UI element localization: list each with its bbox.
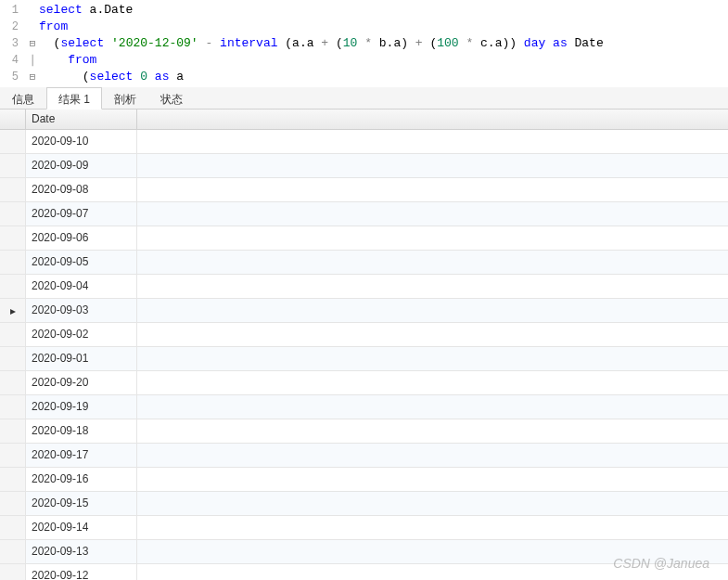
table-row[interactable]: 2020-09-10 (0, 130, 728, 154)
cell-date[interactable]: 2020-09-01 (26, 347, 137, 370)
row-indicator (0, 419, 26, 443)
cell-date[interactable]: 2020-09-15 (26, 492, 137, 515)
cell-date[interactable]: 2020-09-13 (26, 540, 137, 563)
cell-date[interactable]: 2020-09-08 (26, 178, 137, 201)
row-indicator (0, 251, 26, 274)
cell-date[interactable]: 2020-09-10 (26, 130, 137, 153)
table-row[interactable]: 2020-09-08 (0, 178, 728, 202)
cell-date[interactable]: 2020-09-07 (26, 202, 137, 226)
table-row[interactable]: ▸2020-09-03 (0, 299, 728, 323)
watermark: CSDN @Januea (613, 556, 709, 571)
code-editor[interactable]: 1select a.Date2from3⊟ (select '2020-12-0… (0, 0, 728, 87)
row-indicator (0, 540, 26, 563)
cell-date[interactable]: 2020-09-16 (26, 468, 137, 491)
cell-date[interactable]: 2020-09-06 (26, 226, 137, 250)
cell-date[interactable]: 2020-09-03 (26, 299, 137, 322)
table-row[interactable]: 2020-09-09 (0, 154, 728, 178)
line-number: 5 (0, 69, 26, 85)
code-line[interactable]: 4│ from (0, 52, 728, 69)
table-row[interactable]: 2020-09-05 (0, 251, 728, 275)
fold-marker[interactable]: ⊟ (26, 35, 39, 52)
column-header-date[interactable]: Date (26, 110, 137, 129)
cell-date[interactable]: 2020-09-19 (26, 395, 137, 419)
row-indicator (0, 395, 26, 419)
tab[interactable]: 结果 1 (46, 87, 102, 110)
table-row[interactable]: 2020-09-14 (0, 516, 728, 540)
row-indicator (0, 468, 26, 491)
row-indicator: ▸ (0, 299, 26, 322)
table-row[interactable]: 2020-09-17 (0, 444, 728, 468)
fold-marker[interactable]: ⊟ (26, 69, 39, 85)
table-row[interactable]: 2020-09-01 (0, 347, 728, 371)
tab[interactable]: 剖析 (102, 87, 148, 109)
row-indicator (0, 226, 26, 250)
row-indicator (0, 371, 26, 394)
row-indicator (0, 444, 26, 467)
row-indicator (0, 275, 26, 298)
row-indicator (0, 130, 26, 153)
row-indicator (0, 347, 26, 370)
code-content[interactable]: from (39, 52, 96, 69)
tab[interactable]: 信息 (0, 87, 46, 109)
cell-date[interactable]: 2020-09-09 (26, 154, 137, 177)
row-indicator (0, 564, 26, 580)
code-content[interactable]: from (39, 19, 68, 35)
fold-marker (26, 19, 39, 35)
tab[interactable]: 状态 (148, 87, 195, 109)
table-row[interactable]: 2020-09-04 (0, 275, 728, 299)
code-line[interactable]: 2from (0, 19, 728, 35)
results-grid[interactable]: Date 2020-09-102020-09-092020-09-082020-… (0, 110, 728, 580)
cell-date[interactable]: 2020-09-14 (26, 516, 137, 539)
table-row[interactable]: 2020-09-07 (0, 202, 728, 226)
code-content[interactable]: (select '2020-12-09' - interval (a.a + (… (39, 35, 604, 52)
row-indicator (0, 323, 26, 346)
code-line[interactable]: 1select a.Date (0, 2, 728, 19)
table-row[interactable]: 2020-09-19 (0, 395, 728, 419)
fold-marker (26, 2, 39, 19)
fold-marker: │ (26, 52, 39, 69)
line-number: 1 (0, 2, 26, 19)
table-row[interactable]: 2020-09-02 (0, 323, 728, 347)
table-row[interactable]: 2020-09-18 (0, 419, 728, 444)
cell-date[interactable]: 2020-09-05 (26, 251, 137, 274)
code-content[interactable]: select a.Date (39, 2, 133, 19)
line-number: 4 (0, 52, 26, 69)
row-indicator-header (0, 110, 26, 129)
row-indicator (0, 492, 26, 515)
cell-date[interactable]: 2020-09-18 (26, 419, 137, 443)
results-header-row: Date (0, 110, 728, 130)
line-number: 2 (0, 19, 26, 35)
table-row[interactable]: 2020-09-06 (0, 226, 728, 251)
cell-date[interactable]: 2020-09-04 (26, 275, 137, 298)
cell-date[interactable]: 2020-09-20 (26, 371, 137, 394)
code-line[interactable]: 3⊟ (select '2020-12-09' - interval (a.a … (0, 35, 728, 52)
row-indicator (0, 154, 26, 177)
code-line[interactable]: 5⊟ (select 0 as a (0, 69, 728, 85)
cell-date[interactable]: 2020-09-12 (26, 564, 137, 580)
line-number: 3 (0, 35, 26, 52)
row-indicator (0, 178, 26, 201)
row-indicator (0, 202, 26, 226)
table-row[interactable]: 2020-09-15 (0, 492, 728, 516)
row-indicator (0, 516, 26, 539)
cell-date[interactable]: 2020-09-02 (26, 323, 137, 346)
cell-date[interactable]: 2020-09-17 (26, 444, 137, 467)
table-row[interactable]: 2020-09-16 (0, 468, 728, 492)
table-row[interactable]: 2020-09-20 (0, 371, 728, 395)
code-content[interactable]: (select 0 as a (39, 69, 184, 85)
results-tabs: 信息结果 1剖析状态 (0, 87, 728, 110)
